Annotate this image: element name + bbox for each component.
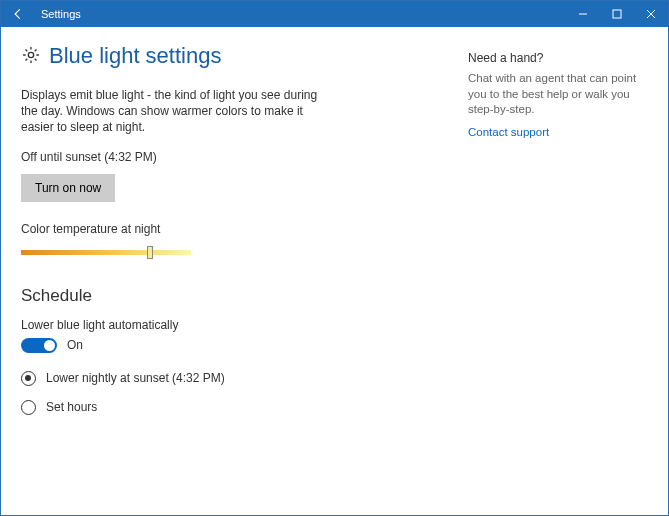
svg-rect-0 <box>613 10 621 18</box>
radio-label: Lower nightly at sunset (4:32 PM) <box>46 371 225 385</box>
slider-track <box>21 250 191 255</box>
toggle-knob <box>44 340 55 351</box>
svg-point-1 <box>28 52 33 57</box>
auto-lower-toggle[interactable] <box>21 338 57 353</box>
turn-on-now-button[interactable]: Turn on now <box>21 174 115 202</box>
description-text: Displays emit blue light - the kind of l… <box>21 87 321 136</box>
schedule-heading: Schedule <box>21 286 428 306</box>
gear-icon <box>21 45 41 68</box>
radio-option-sunset[interactable]: Lower nightly at sunset (4:32 PM) <box>21 371 428 386</box>
help-text: Chat with an agent that can point you to… <box>468 71 648 118</box>
close-button[interactable] <box>634 1 668 27</box>
slider-thumb[interactable] <box>147 246 153 259</box>
minimize-icon <box>578 9 588 19</box>
status-text: Off until sunset (4:32 PM) <box>21 150 428 164</box>
toggle-state-label: On <box>67 338 83 352</box>
maximize-icon <box>612 9 622 19</box>
main-panel: Blue light settings Displays emit blue l… <box>21 43 428 429</box>
back-button[interactable] <box>1 1 35 27</box>
page-title: Blue light settings <box>49 43 221 69</box>
arrow-left-icon <box>11 7 25 21</box>
minimize-button[interactable] <box>566 1 600 27</box>
maximize-button[interactable] <box>600 1 634 27</box>
window-title: Settings <box>41 8 81 20</box>
help-heading: Need a hand? <box>468 51 648 65</box>
radio-icon <box>21 400 36 415</box>
close-icon <box>646 9 656 19</box>
radio-label: Set hours <box>46 400 97 414</box>
color-temp-label: Color temperature at night <box>21 222 428 236</box>
contact-support-link[interactable]: Contact support <box>468 126 648 138</box>
auto-lower-label: Lower blue light automatically <box>21 318 428 332</box>
help-panel: Need a hand? Chat with an agent that can… <box>468 43 648 429</box>
titlebar: Settings <box>1 1 668 27</box>
radio-icon <box>21 371 36 386</box>
color-temp-slider[interactable] <box>21 244 191 260</box>
radio-option-set-hours[interactable]: Set hours <box>21 400 428 415</box>
